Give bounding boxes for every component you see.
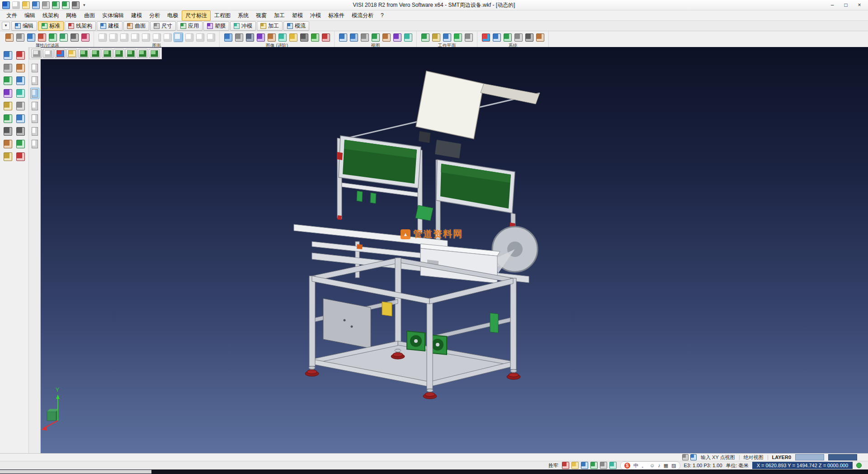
ime-toolbox-icon[interactable]: ▨ <box>671 463 676 469</box>
toolbar-tab[interactable]: 标准 <box>38 21 64 31</box>
current-layer-label[interactable]: LAYER0 <box>772 455 791 460</box>
view-orientation-button[interactable] <box>125 49 136 58</box>
menu-item[interactable]: 编辑 <box>21 10 39 21</box>
quick-access-button[interactable] <box>42 1 50 9</box>
sidebar-tool-button[interactable] <box>15 138 26 150</box>
minimize-button[interactable]: – <box>826 0 839 9</box>
sidebar-tool-button[interactable] <box>15 151 26 162</box>
ime-emoji-icon[interactable]: ☺ <box>650 463 655 469</box>
menu-item[interactable]: 文件 <box>3 10 21 21</box>
grid-toggle-icon[interactable] <box>571 462 579 469</box>
sidebar-tool-button[interactable] <box>15 126 26 137</box>
toolbar-tab[interactable]: 加工 <box>257 21 283 31</box>
toolbar-button[interactable] <box>5 33 14 42</box>
view-orientation-button[interactable] <box>78 49 89 58</box>
toolbar-button[interactable] <box>403 33 413 42</box>
sidebar-tool-button[interactable] <box>15 113 26 124</box>
toolbar-tab[interactable]: 应用 <box>177 21 203 31</box>
toolbar-tab[interactable]: 线架构 <box>65 21 96 31</box>
toolbar-tab[interactable]: 冲模 <box>230 21 256 31</box>
menu-item[interactable]: 曲面 <box>80 10 99 21</box>
menu-item[interactable]: 建模 <box>127 10 146 21</box>
viewport-3d[interactable]: Y ▲ 管道资料网 <box>41 47 868 453</box>
view-orientation-button[interactable] <box>149 49 160 58</box>
sidebar-tool-button[interactable] <box>15 88 26 99</box>
toolbar-button[interactable] <box>130 33 140 42</box>
view-orientation-button[interactable] <box>66 49 77 58</box>
ime-voice-icon[interactable]: ♪ <box>658 463 660 469</box>
sidebar-tool-button[interactable] <box>2 88 14 99</box>
menu-item[interactable]: 塑模 <box>288 10 307 21</box>
toolbar-button[interactable] <box>299 33 309 42</box>
toolbar-button[interactable] <box>37 33 47 42</box>
toolbar-button[interactable] <box>119 33 129 42</box>
toolbar-button[interactable] <box>481 33 491 42</box>
quick-access-button[interactable] <box>52 1 60 9</box>
view-orientation-button[interactable] <box>113 49 124 58</box>
sidebar-tool-button[interactable] <box>2 138 14 150</box>
toolbar-button[interactable] <box>338 33 348 42</box>
menu-item[interactable]: 冲模 <box>307 10 325 21</box>
view-orientation-button[interactable] <box>137 49 148 58</box>
tab-overflow-button[interactable]: ▼ <box>2 22 10 30</box>
menu-item[interactable]: 标准件 <box>325 10 348 21</box>
toolbar-button[interactable] <box>256 33 265 42</box>
close-button[interactable]: × <box>853 0 866 9</box>
toolbar-button[interactable] <box>420 33 430 42</box>
sidebar-tool-button[interactable] <box>2 100 14 112</box>
sidebar-tool-button[interactable] <box>15 75 26 86</box>
toolbar-button[interactable] <box>392 33 402 42</box>
toolbar-button[interactable] <box>70 33 79 42</box>
toolbar-tab[interactable]: 尺寸 <box>150 21 176 31</box>
toolbar-button[interactable] <box>184 33 194 42</box>
sidebar-tool-button[interactable] <box>15 50 26 61</box>
view-filter-button-7[interactable] <box>30 138 39 150</box>
snap-lock-icon[interactable] <box>562 462 569 469</box>
snap-lock-label[interactable]: 拴牢 <box>548 462 558 469</box>
toolbar-button[interactable] <box>514 33 523 42</box>
view-filter-button-1[interactable] <box>30 62 39 74</box>
toolbar-tab[interactable]: 模流 <box>283 21 309 31</box>
taskbar-app-segment[interactable] <box>0 470 151 474</box>
menu-item[interactable]: 电极 <box>164 10 182 21</box>
menu-item[interactable]: 工程图 <box>211 10 234 21</box>
toolbar-button[interactable] <box>234 33 244 42</box>
menu-item[interactable]: 模流分析 <box>348 10 377 21</box>
sidebar-tool-button[interactable] <box>15 62 26 74</box>
quick-access-caret-icon[interactable]: ▾ <box>81 3 87 7</box>
ucs-toggle-icon[interactable] <box>609 462 617 469</box>
toolbar-button[interactable] <box>453 33 462 42</box>
toolbar-button[interactable] <box>195 33 205 42</box>
toolbar-button[interactable] <box>371 33 380 42</box>
view-filter-button-3[interactable] <box>30 88 39 99</box>
toolbar-button[interactable] <box>524 33 534 42</box>
view-orientation-button[interactable] <box>90 49 101 58</box>
view-filter-button-2[interactable] <box>30 75 39 86</box>
sidebar-tool-button[interactable] <box>2 113 14 124</box>
menu-item[interactable]: 线架构 <box>39 10 62 21</box>
toolbar-button[interactable] <box>141 33 151 42</box>
toolbar-button[interactable] <box>59 33 68 42</box>
zoom-status-icon[interactable] <box>690 454 697 460</box>
quick-access-button[interactable] <box>71 1 80 9</box>
toolbar-button[interactable] <box>26 33 36 42</box>
toolbar-button[interactable] <box>349 33 359 42</box>
toolbar-button[interactable] <box>223 33 233 42</box>
ime-keyboard-icon[interactable]: ▦ <box>664 463 668 469</box>
toolbar-tab[interactable]: 编辑 <box>11 21 37 31</box>
toolbar-button[interactable] <box>15 33 25 42</box>
menu-item[interactable]: 系统 <box>234 10 252 21</box>
quick-access-button[interactable] <box>22 1 30 9</box>
toolbar-button[interactable] <box>503 33 512 42</box>
os-taskbar[interactable] <box>0 469 868 474</box>
toolbar-button[interactable] <box>288 33 298 42</box>
quick-access-button[interactable] <box>32 1 40 9</box>
toolbar-button[interactable] <box>492 33 501 42</box>
view-filter-button-4[interactable] <box>30 100 39 112</box>
toolbar-button[interactable] <box>321 33 330 42</box>
toolbar-button[interactable] <box>278 33 287 42</box>
toolbar-button[interactable] <box>360 33 369 42</box>
sidebar-tool-button[interactable] <box>2 62 14 74</box>
toolbar-tab[interactable]: 塑膜 <box>203 21 229 31</box>
toolbar-button[interactable] <box>245 33 255 42</box>
